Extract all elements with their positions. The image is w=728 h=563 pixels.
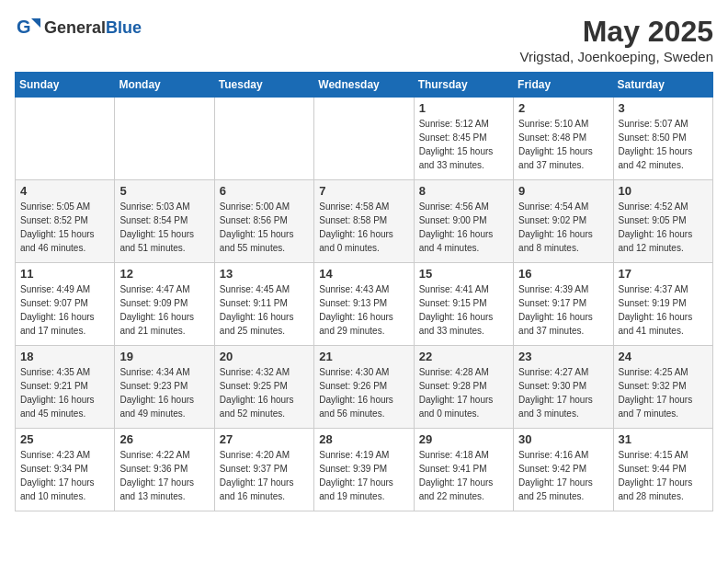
day-number: 27 xyxy=(220,432,309,446)
day-info: Sunrise: 4:18 AM Sunset: 9:41 PM Dayligh… xyxy=(419,448,508,503)
calendar-cell: 22Sunrise: 4:28 AM Sunset: 9:28 PM Dayli… xyxy=(414,346,513,429)
calendar-cell: 12Sunrise: 4:47 AM Sunset: 9:09 PM Dayli… xyxy=(115,263,214,346)
calendar-cell: 13Sunrise: 4:45 AM Sunset: 9:11 PM Dayli… xyxy=(214,263,313,346)
day-info: Sunrise: 4:22 AM Sunset: 9:36 PM Dayligh… xyxy=(119,448,209,503)
day-info: Sunrise: 4:49 AM Sunset: 9:07 PM Dayligh… xyxy=(20,282,109,338)
day-number: 19 xyxy=(119,350,209,363)
day-info: Sunrise: 4:27 AM Sunset: 9:30 PM Dayligh… xyxy=(518,365,608,420)
day-info: Sunrise: 5:05 AM Sunset: 8:52 PM Dayligh… xyxy=(20,200,109,255)
day-number: 22 xyxy=(419,350,508,363)
header-wednesday: Wednesday xyxy=(314,73,414,98)
day-number: 10 xyxy=(619,184,708,198)
day-info: Sunrise: 4:28 AM Sunset: 9:28 PM Dayligh… xyxy=(419,365,508,420)
day-info: Sunrise: 4:34 AM Sunset: 9:23 PM Dayligh… xyxy=(119,365,209,420)
day-info: Sunrise: 4:15 AM Sunset: 9:44 PM Dayligh… xyxy=(619,448,708,503)
calendar-cell: 2Sunrise: 5:10 AM Sunset: 8:48 PM Daylig… xyxy=(514,98,613,180)
calendar-cell: 29Sunrise: 4:18 AM Sunset: 9:41 PM Dayli… xyxy=(414,429,513,511)
calendar-cell: 11Sunrise: 4:49 AM Sunset: 9:07 PM Dayli… xyxy=(16,263,115,346)
calendar-cell: 15Sunrise: 4:41 AM Sunset: 9:15 PM Dayli… xyxy=(414,263,513,346)
day-number: 7 xyxy=(319,184,408,198)
calendar-cell: 8Sunrise: 4:56 AM Sunset: 9:00 PM Daylig… xyxy=(414,180,513,263)
day-number: 11 xyxy=(20,267,109,281)
calendar-cell: 24Sunrise: 4:25 AM Sunset: 9:32 PM Dayli… xyxy=(613,346,712,429)
day-info: Sunrise: 4:16 AM Sunset: 9:42 PM Dayligh… xyxy=(518,448,608,503)
svg-text:G: G xyxy=(17,17,31,37)
calendar-week-5: 25Sunrise: 4:23 AM Sunset: 9:34 PM Dayli… xyxy=(16,429,713,511)
calendar-cell: 7Sunrise: 4:58 AM Sunset: 8:58 PM Daylig… xyxy=(314,180,414,263)
day-info: Sunrise: 4:19 AM Sunset: 9:39 PM Dayligh… xyxy=(319,448,408,503)
calendar-body: 1Sunrise: 5:12 AM Sunset: 8:45 PM Daylig… xyxy=(16,98,713,511)
calendar-cell xyxy=(115,98,214,180)
day-info: Sunrise: 4:35 AM Sunset: 9:21 PM Dayligh… xyxy=(20,365,109,420)
calendar-cell: 1Sunrise: 5:12 AM Sunset: 8:45 PM Daylig… xyxy=(414,98,513,180)
calendar-cell: 4Sunrise: 5:05 AM Sunset: 8:52 PM Daylig… xyxy=(16,180,115,263)
calendar-cell: 19Sunrise: 4:34 AM Sunset: 9:23 PM Dayli… xyxy=(115,346,214,429)
calendar-cell: 25Sunrise: 4:23 AM Sunset: 9:34 PM Dayli… xyxy=(16,429,115,511)
day-number: 24 xyxy=(619,350,708,363)
calendar-cell xyxy=(314,98,414,180)
month-title: May 2025 xyxy=(520,15,713,49)
calendar-cell: 16Sunrise: 4:39 AM Sunset: 9:17 PM Dayli… xyxy=(514,263,613,346)
day-number: 4 xyxy=(20,184,109,198)
day-number: 14 xyxy=(319,267,408,281)
day-number: 12 xyxy=(119,267,209,281)
calendar-cell: 26Sunrise: 4:22 AM Sunset: 9:36 PM Dayli… xyxy=(115,429,214,511)
header-monday: Monday xyxy=(115,73,214,98)
svg-marker-1 xyxy=(31,18,40,28)
day-info: Sunrise: 4:25 AM Sunset: 9:32 PM Dayligh… xyxy=(619,365,708,420)
day-number: 31 xyxy=(619,432,708,446)
day-number: 8 xyxy=(419,184,508,198)
logo-blue: Blue xyxy=(106,18,142,37)
calendar-cell: 23Sunrise: 4:27 AM Sunset: 9:30 PM Dayli… xyxy=(514,346,613,429)
day-number: 21 xyxy=(319,350,408,363)
day-info: Sunrise: 4:43 AM Sunset: 9:13 PM Dayligh… xyxy=(319,282,408,338)
day-info: Sunrise: 4:30 AM Sunset: 9:26 PM Dayligh… xyxy=(319,365,408,420)
day-info: Sunrise: 4:45 AM Sunset: 9:11 PM Dayligh… xyxy=(220,282,309,338)
calendar-cell: 6Sunrise: 5:00 AM Sunset: 8:56 PM Daylig… xyxy=(214,180,313,263)
day-info: Sunrise: 4:54 AM Sunset: 9:02 PM Dayligh… xyxy=(518,200,608,255)
calendar-cell: 28Sunrise: 4:19 AM Sunset: 9:39 PM Dayli… xyxy=(314,429,414,511)
day-number: 26 xyxy=(119,432,209,446)
day-info: Sunrise: 5:03 AM Sunset: 8:54 PM Dayligh… xyxy=(119,200,209,255)
header-sunday: Sunday xyxy=(16,73,115,98)
logo-icon: G xyxy=(15,15,40,40)
calendar-header: Sunday Monday Tuesday Wednesday Thursday… xyxy=(16,73,713,98)
day-number: 25 xyxy=(20,432,109,446)
day-info: Sunrise: 4:56 AM Sunset: 9:00 PM Dayligh… xyxy=(419,200,508,255)
day-number: 18 xyxy=(20,350,109,363)
day-number: 13 xyxy=(220,267,309,281)
page-header: G GeneralBlue May 2025 Vrigstad, Joenkoe… xyxy=(15,15,713,64)
header-row: Sunday Monday Tuesday Wednesday Thursday… xyxy=(16,73,713,98)
day-number: 9 xyxy=(518,184,608,198)
calendar-cell: 3Sunrise: 5:07 AM Sunset: 8:50 PM Daylig… xyxy=(613,98,712,180)
calendar-cell xyxy=(214,98,313,180)
day-number: 5 xyxy=(119,184,209,198)
calendar-week-2: 4Sunrise: 5:05 AM Sunset: 8:52 PM Daylig… xyxy=(16,180,713,263)
day-number: 1 xyxy=(419,101,508,115)
header-saturday: Saturday xyxy=(613,73,712,98)
day-info: Sunrise: 4:32 AM Sunset: 9:25 PM Dayligh… xyxy=(220,365,309,420)
calendar-cell: 17Sunrise: 4:37 AM Sunset: 9:19 PM Dayli… xyxy=(613,263,712,346)
calendar-cell: 21Sunrise: 4:30 AM Sunset: 9:26 PM Dayli… xyxy=(314,346,414,429)
calendar-cell: 20Sunrise: 4:32 AM Sunset: 9:25 PM Dayli… xyxy=(214,346,313,429)
logo: G GeneralBlue xyxy=(15,15,142,40)
day-info: Sunrise: 4:39 AM Sunset: 9:17 PM Dayligh… xyxy=(518,282,608,338)
day-number: 16 xyxy=(518,267,608,281)
day-number: 15 xyxy=(419,267,508,281)
header-friday: Friday xyxy=(514,73,613,98)
day-number: 20 xyxy=(220,350,309,363)
calendar-week-4: 18Sunrise: 4:35 AM Sunset: 9:21 PM Dayli… xyxy=(16,346,713,429)
day-number: 3 xyxy=(619,101,708,115)
day-info: Sunrise: 4:37 AM Sunset: 9:19 PM Dayligh… xyxy=(619,282,708,338)
day-info: Sunrise: 4:20 AM Sunset: 9:37 PM Dayligh… xyxy=(220,448,309,503)
day-info: Sunrise: 5:00 AM Sunset: 8:56 PM Dayligh… xyxy=(220,200,309,255)
calendar-cell: 10Sunrise: 4:52 AM Sunset: 9:05 PM Dayli… xyxy=(613,180,712,263)
calendar-cell: 9Sunrise: 4:54 AM Sunset: 9:02 PM Daylig… xyxy=(514,180,613,263)
day-info: Sunrise: 4:41 AM Sunset: 9:15 PM Dayligh… xyxy=(419,282,508,338)
calendar-cell: 30Sunrise: 4:16 AM Sunset: 9:42 PM Dayli… xyxy=(514,429,613,511)
day-number: 30 xyxy=(518,432,608,446)
header-thursday: Thursday xyxy=(414,73,513,98)
day-info: Sunrise: 5:07 AM Sunset: 8:50 PM Dayligh… xyxy=(619,117,708,172)
header-tuesday: Tuesday xyxy=(214,73,313,98)
day-info: Sunrise: 5:12 AM Sunset: 8:45 PM Dayligh… xyxy=(419,117,508,172)
